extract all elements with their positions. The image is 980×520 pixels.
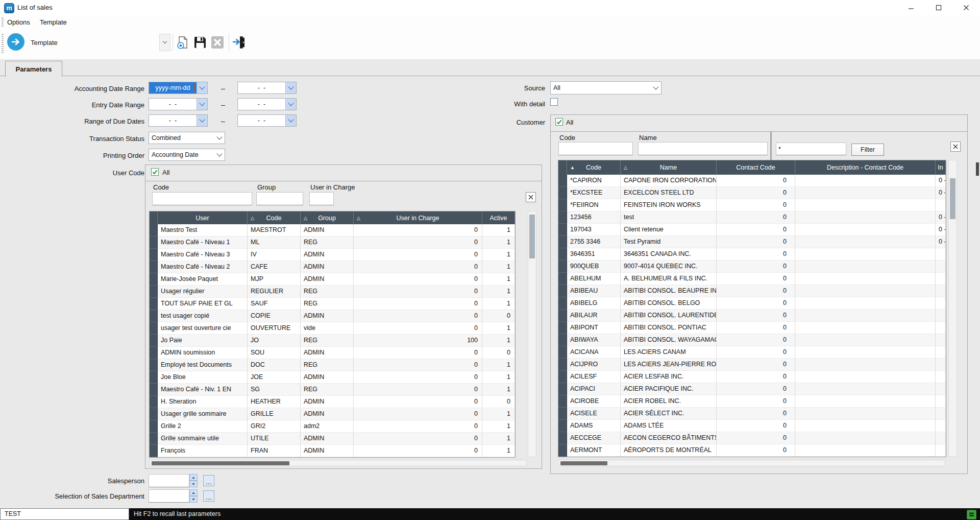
user-table-vscrollbar[interactable]	[528, 211, 536, 457]
transaction-status-combo[interactable]: Combined	[149, 132, 225, 144]
customer-table-row[interactable]: 900QUEB9007-4014 QUEBEC INC.0	[558, 261, 946, 273]
user-table-header-active[interactable]: Active	[482, 211, 515, 224]
row-handle[interactable]	[558, 322, 567, 334]
user-table-row[interactable]: Maestro Café - Niveau 2CAFEADMIN01	[150, 261, 515, 273]
customer-table-row[interactable]: ABILAURABITIBI CONSOL. LAURENTIDE0	[558, 310, 946, 322]
user-filter-user-in-charge-input[interactable]	[309, 192, 334, 205]
user-table-row[interactable]: Employé test DocumentsDOCREG01	[150, 359, 515, 371]
row-handle[interactable]	[558, 346, 567, 359]
customer-table-hscrollbar[interactable]	[558, 460, 945, 466]
row-handle[interactable]	[558, 273, 567, 285]
due-date-from-combo[interactable]: - -	[149, 114, 208, 127]
customer-table-row[interactable]: *FEIIRONFEINSTEIN IRON WORKS0	[558, 199, 946, 211]
customer-table-row[interactable]: ACIROBEACIER ROBEL INC.0	[558, 395, 946, 408]
toolbar-grip[interactable]	[2, 34, 4, 54]
new-template-button[interactable]	[176, 35, 190, 50]
customer-table-row[interactable]: AERMONTAÉROPORTS DE MONTRÉAL0	[558, 444, 946, 457]
row-handle[interactable]	[150, 396, 158, 408]
row-handle[interactable]	[150, 384, 158, 396]
maximize-button[interactable]	[925, 0, 952, 15]
row-handle[interactable]	[150, 261, 158, 273]
customer-filter-name-input[interactable]	[638, 142, 768, 155]
row-handle[interactable]	[150, 433, 158, 445]
customer-table-row[interactable]: ACILESFACIER LESFAB INC.0	[558, 371, 946, 383]
source-combo[interactable]: All	[550, 81, 662, 94]
user-table-row[interactable]: ADMIN soumissionSOUADMIN00	[150, 347, 515, 359]
save-button[interactable]	[193, 35, 207, 50]
customer-table-row[interactable]: ACICANALES ACIERS CANAM0	[558, 346, 946, 359]
accounting-date-from-combo[interactable]: yyyy-mm-dd	[149, 82, 208, 94]
user-table-row[interactable]: H. SherationHEATHERADMIN00	[150, 396, 515, 408]
printing-order-combo[interactable]: Accounting Date	[149, 149, 225, 161]
customer-all-checkbox[interactable]	[555, 118, 563, 126]
row-handle[interactable]	[558, 285, 567, 297]
date-dropdown-button[interactable]	[197, 99, 207, 110]
customer-table-row[interactable]: ABIBEAUABITIBI CONSOL. BEAUPRE INC.0	[558, 285, 946, 297]
window-vscroll-thumb[interactable]	[976, 162, 979, 176]
row-handle[interactable]	[558, 297, 567, 310]
dropdown-button[interactable]	[214, 132, 225, 144]
sales-department-lookup-button[interactable]: …	[203, 490, 214, 502]
user-table-header-code[interactable]: △Code	[248, 211, 301, 224]
row-handle[interactable]	[150, 359, 158, 371]
salesperson-stepper[interactable]	[189, 474, 198, 487]
user-filter-close-button[interactable]	[526, 192, 536, 202]
sales-department-stepper[interactable]	[189, 489, 198, 503]
customer-table-header-description-contact-code[interactable]: Description - Contact Code	[795, 160, 936, 175]
minimize-button[interactable]	[897, 0, 925, 15]
tab-parameters[interactable]: Parameters	[5, 61, 62, 77]
row-handle[interactable]	[558, 383, 567, 395]
customer-table-row[interactable]: ACIPACIACIER PACIFIQUE INC.0	[558, 383, 946, 395]
scrollbar-thumb[interactable]	[152, 461, 289, 465]
customer-table-row[interactable]: AECCEGEAECON CEGERCO BÂTIMENTS INC.0	[558, 432, 946, 444]
menu-grip[interactable]	[2, 17, 4, 28]
user-table-row[interactable]: Usager grille sommaireGRILLEADMIN01	[150, 408, 515, 420]
customer-table-row[interactable]: 197043Client retenue00 -	[558, 224, 946, 236]
customer-table-row[interactable]: ADAMSADAMS LTÉE0	[558, 420, 946, 432]
user-table-row[interactable]: test usager copiéCOPIEADMIN00	[150, 310, 515, 322]
customer-table-row[interactable]: ABELHUMA. BELHUMEUR & FILS INC.0	[558, 273, 946, 285]
row-handle[interactable]	[558, 359, 567, 371]
salesperson-input[interactable]	[149, 474, 189, 487]
user-table-row[interactable]: TOUT SAUF PAIE ET GLSAUFREG01	[150, 298, 515, 310]
menu-template[interactable]: Template	[40, 18, 67, 26]
row-handle[interactable]	[558, 248, 567, 261]
row-handle[interactable]	[150, 408, 158, 420]
row-handle[interactable]	[150, 298, 158, 310]
scrollbar-thumb[interactable]	[950, 178, 955, 219]
run-template-button[interactable]	[7, 33, 24, 51]
date-dropdown-button[interactable]	[197, 115, 207, 126]
customer-filter-code-input[interactable]	[558, 142, 633, 155]
customer-table-row[interactable]: ABIBELGABITIBI CONSOL. BELGO0	[558, 297, 946, 310]
user-table-row[interactable]: Grille sommaire utileUTILEADMIN01	[150, 433, 515, 445]
delete-button[interactable]	[210, 35, 225, 50]
row-handle[interactable]	[558, 175, 567, 187]
date-dropdown-button[interactable]	[197, 82, 207, 93]
user-table-row[interactable]: Marie-Josée PaquetMJPADMIN01	[150, 273, 515, 286]
user-filter-group-input[interactable]	[256, 192, 303, 205]
due-date-to-combo[interactable]: - -	[237, 114, 297, 127]
row-handle[interactable]	[558, 261, 567, 273]
customer-table-row[interactable]: *CAPIRONCAPONE IRON CORPORATION00 -	[558, 175, 946, 187]
date-dropdown-button[interactable]	[285, 99, 296, 110]
scrollbar-thumb[interactable]	[529, 215, 535, 258]
template-dropdown-button[interactable]	[159, 34, 170, 51]
entry-date-to-combo[interactable]: - -	[237, 98, 297, 110]
filter-button[interactable]: Filter	[851, 144, 884, 156]
scrollbar-thumb[interactable]	[560, 461, 607, 465]
exit-button[interactable]	[232, 35, 246, 50]
user-table-hscrollbar[interactable]	[149, 460, 527, 466]
accounting-date-to-combo[interactable]: - -	[237, 82, 297, 94]
row-handle[interactable]	[558, 236, 567, 248]
row-handle[interactable]	[150, 286, 158, 298]
date-dropdown-button[interactable]	[285, 82, 296, 93]
user-table-row[interactable]: Jo PaieJOREG1001	[150, 335, 515, 347]
user-all-checkbox[interactable]	[151, 168, 159, 176]
user-table-header-user[interactable]: User	[158, 211, 248, 224]
row-handle[interactable]	[558, 310, 567, 322]
row-handle[interactable]	[558, 211, 567, 224]
user-table-row[interactable]: Maestro TestMAESTROTADMIN01	[150, 224, 515, 237]
row-handle[interactable]	[150, 335, 158, 347]
user-table-header-group[interactable]: △Group	[301, 211, 354, 224]
row-handle[interactable]	[150, 249, 158, 261]
